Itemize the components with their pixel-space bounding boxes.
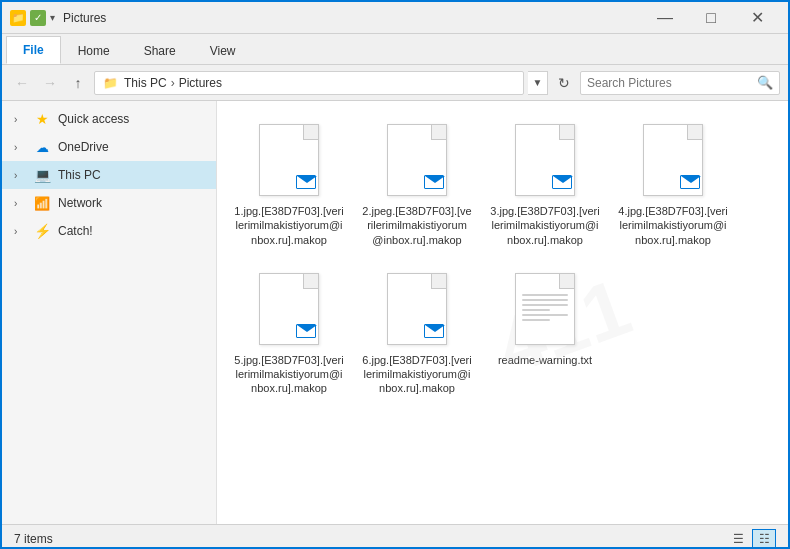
sidebar-label-onedrive: OneDrive <box>58 140 109 154</box>
back-button[interactable]: ← <box>10 71 34 95</box>
doc-lines <box>522 294 568 324</box>
main-area: › ★ Quick access › ☁ OneDrive › 💻 This P… <box>2 101 788 524</box>
file-name: 4.jpg.[E38D7F03].[verilerimilmakistiyoru… <box>618 204 728 247</box>
doc-line <box>522 304 568 306</box>
file-area: 411 1.jpg.[E38D7F03].[verilerimilmakisti… <box>217 101 788 524</box>
tab-view[interactable]: View <box>193 36 253 64</box>
pc-icon: 💻 <box>32 165 52 185</box>
path-icon: 📁 <box>103 76 118 90</box>
status-bar: 7 items ☰ ☷ <box>2 524 788 549</box>
doc-line <box>522 314 568 316</box>
file-name: readme-warning.txt <box>498 353 592 367</box>
tab-home[interactable]: Home <box>61 36 127 64</box>
file-icon-container <box>381 269 453 349</box>
list-item[interactable]: 2.jpeg.[E38D7F03].[verilerimilmakistiyor… <box>357 113 477 254</box>
maximize-button[interactable]: □ <box>688 2 734 34</box>
path-part-pictures: Pictures <box>179 76 222 90</box>
address-bar: ← → ↑ 📁 This PC › Pictures ▼ ↻ 🔍 <box>2 65 788 101</box>
list-view-button[interactable]: ☰ <box>726 529 750 549</box>
chevron-network-icon: › <box>14 198 30 209</box>
file-name: 2.jpeg.[E38D7F03].[verilerimilmakistiyor… <box>362 204 472 247</box>
address-path[interactable]: 📁 This PC › Pictures <box>94 71 524 95</box>
document-icon <box>643 124 703 196</box>
file-name: 6.jpg.[E38D7F03].[verilerimilmakistiyoru… <box>362 353 472 396</box>
sidebar-label-quick-access: Quick access <box>58 112 129 126</box>
file-name: 1.jpg.[E38D7F03].[verilerimilmakistiyoru… <box>234 204 344 247</box>
view-toggle-buttons: ☰ ☷ <box>726 529 776 549</box>
list-item[interactable]: 4.jpg.[E38D7F03].[verilerimilmakistiyoru… <box>613 113 733 254</box>
doc-line <box>522 319 550 321</box>
chevron-catch-icon: › <box>14 226 30 237</box>
document-icon <box>387 124 447 196</box>
close-button[interactable]: ✕ <box>734 2 780 34</box>
file-icon-container <box>253 269 325 349</box>
sidebar-label-network: Network <box>58 196 102 210</box>
search-icon: 🔍 <box>757 75 773 90</box>
title-dropdown[interactable]: ▾ <box>50 12 55 23</box>
file-icon-container <box>253 120 325 200</box>
chevron-quick-access-icon: › <box>14 114 30 125</box>
list-item[interactable]: 6.jpg.[E38D7F03].[verilerimilmakistiyoru… <box>357 262 477 403</box>
envelope-icon <box>680 175 700 189</box>
sidebar-item-quick-access[interactable]: › ★ Quick access <box>2 105 216 133</box>
document-icon <box>259 273 319 345</box>
up-button[interactable]: ↑ <box>66 71 90 95</box>
doc-line <box>522 309 550 311</box>
files-grid: 1.jpg.[E38D7F03].[verilerimilmakistiyoru… <box>229 113 776 403</box>
sidebar-label-catch: Catch! <box>58 224 93 238</box>
sidebar-item-catch[interactable]: › ⚡ Catch! <box>2 217 216 245</box>
document-icon <box>515 273 575 345</box>
sidebar-label-this-pc: This PC <box>58 168 101 182</box>
file-name: 3.jpg.[E38D7F03].[verilerimilmakistiyoru… <box>490 204 600 247</box>
title-icon-folder: 📁 <box>10 10 26 26</box>
refresh-button[interactable]: ↻ <box>552 71 576 95</box>
address-dropdown[interactable]: ▼ <box>528 71 548 95</box>
title-icon-check: ✓ <box>30 10 46 26</box>
sidebar-item-onedrive[interactable]: › ☁ OneDrive <box>2 133 216 161</box>
doc-line <box>522 299 568 301</box>
path-chevron-1: › <box>171 76 175 90</box>
status-item-count: 7 items <box>14 532 53 546</box>
forward-button[interactable]: → <box>38 71 62 95</box>
envelope-icon <box>552 175 572 189</box>
sidebar: › ★ Quick access › ☁ OneDrive › 💻 This P… <box>2 101 217 524</box>
document-icon <box>515 124 575 196</box>
envelope-icon <box>424 175 444 189</box>
window-title: Pictures <box>63 11 642 25</box>
ribbon: File Home Share View <box>2 34 788 65</box>
thunder-icon: ⚡ <box>32 221 52 241</box>
chevron-this-pc-icon: › <box>14 170 30 181</box>
file-icon-container <box>509 120 581 200</box>
file-icon-container <box>637 120 709 200</box>
title-buttons: — □ ✕ <box>642 2 780 34</box>
path-part-thispc: This PC <box>124 76 167 90</box>
envelope-icon <box>296 324 316 338</box>
cloud-icon: ☁ <box>32 137 52 157</box>
tab-file[interactable]: File <box>6 36 61 64</box>
network-icon: 📶 <box>32 193 52 213</box>
tab-share[interactable]: Share <box>127 36 193 64</box>
list-item[interactable]: readme-warning.txt <box>485 262 605 403</box>
list-item[interactable]: 1.jpg.[E38D7F03].[verilerimilmakistiyoru… <box>229 113 349 254</box>
file-name: 5.jpg.[E38D7F03].[verilerimilmakistiyoru… <box>234 353 344 396</box>
title-bar: 📁 ✓ ▾ Pictures — □ ✕ <box>2 2 788 34</box>
star-icon: ★ <box>32 109 52 129</box>
file-icon-container <box>509 269 581 349</box>
minimize-button[interactable]: — <box>642 2 688 34</box>
sidebar-item-this-pc[interactable]: › 💻 This PC <box>2 161 216 189</box>
document-icon <box>387 273 447 345</box>
envelope-icon <box>296 175 316 189</box>
title-bar-icons: 📁 ✓ ▾ <box>10 10 55 26</box>
search-input[interactable] <box>587 76 757 90</box>
search-box[interactable]: 🔍 <box>580 71 780 95</box>
chevron-onedrive-icon: › <box>14 142 30 153</box>
sidebar-item-network[interactable]: › 📶 Network <box>2 189 216 217</box>
list-item[interactable]: 5.jpg.[E38D7F03].[verilerimilmakistiyoru… <box>229 262 349 403</box>
envelope-icon <box>424 324 444 338</box>
large-icons-view-button[interactable]: ☷ <box>752 529 776 549</box>
document-icon <box>259 124 319 196</box>
file-icon-container <box>381 120 453 200</box>
ribbon-tabs: File Home Share View <box>2 34 788 64</box>
doc-line <box>522 294 568 296</box>
list-item[interactable]: 3.jpg.[E38D7F03].[verilerimilmakistiyoru… <box>485 113 605 254</box>
